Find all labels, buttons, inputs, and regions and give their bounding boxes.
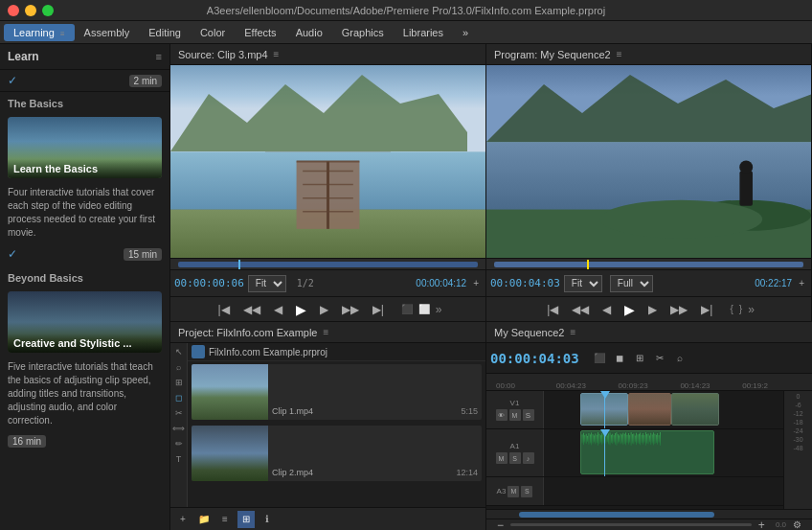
source-more-btn[interactable]: » [436, 303, 442, 316]
tutorial-card-creative[interactable]: Creative and Stylistic ... [8, 291, 162, 353]
track-clip-a1[interactable] [580, 430, 714, 474]
track-clip-v1-3[interactable] [671, 393, 719, 426]
program-more-btn[interactable]: » [748, 303, 755, 316]
minimize-button[interactable] [25, 5, 36, 16]
program-mark-in[interactable]: { [730, 304, 733, 314]
timeline-zoom-bar: − + 0.0 ⚙ [486, 518, 812, 530]
source-next-btn[interactable]: ▶▶ [338, 301, 363, 318]
program-panel-title: Program: My Sequence2 [494, 49, 611, 60]
source-zoom-in[interactable]: + [470, 276, 482, 290]
program-play-btn[interactable]: ▶ [620, 300, 639, 319]
program-scrubber[interactable] [486, 258, 811, 269]
track-a1-m[interactable]: M [496, 452, 508, 464]
project-new-btn[interactable]: + [174, 511, 192, 528]
source-timecode[interactable]: 00:00:00:06 [174, 277, 244, 289]
source-step-fwd-btn[interactable]: ▶| [369, 301, 388, 318]
tl-tool-3[interactable]: ⊞ [631, 350, 648, 367]
tl-tool-4[interactable]: ✂ [651, 350, 668, 367]
program-timecode[interactable]: 00:00:04:03 [490, 277, 560, 289]
program-fit-select[interactable]: Fit [564, 275, 602, 292]
track-v1-content[interactable] [544, 391, 783, 428]
timeline-footer-timecode: 0.0 [776, 520, 786, 529]
close-button[interactable] [8, 5, 19, 16]
menu-item-editing[interactable]: Editing [139, 24, 191, 41]
timeline-timecode[interactable]: 00:00:04:03 [490, 351, 579, 366]
track-a3-content[interactable] [544, 477, 783, 505]
track-v1-lock[interactable]: M [509, 409, 521, 421]
project-pen-tool[interactable]: ✏ [172, 437, 186, 450]
project-grid-btn[interactable]: ⊞ [237, 511, 255, 528]
project-razor-tool[interactable]: ✂ [172, 406, 186, 420]
menu-item-effects[interactable]: Effects [235, 24, 285, 41]
tl-tool-1[interactable]: ⬛ [591, 350, 608, 367]
project-text-tool[interactable]: T [172, 452, 186, 466]
menu-item-color[interactable]: Color [191, 24, 235, 41]
program-zoom-btn[interactable]: + [796, 276, 807, 290]
tl-tool-2[interactable]: ◼ [611, 350, 628, 367]
track-a1-vol[interactable]: ♪ [523, 452, 534, 464]
source-panel-menu-icon[interactable]: ≡ [274, 49, 280, 59]
maximize-button[interactable] [42, 5, 54, 16]
track-a3-s[interactable]: S [521, 486, 532, 497]
project-files: FilxInfo.com Example.prproj Clip 1.mp4 5… [188, 343, 485, 507]
source-fit-select[interactable]: Fit [248, 275, 286, 292]
menu-item-learning[interactable]: Learning ≡ [4, 24, 75, 41]
source-prev-btn[interactable]: ◀◀ [239, 301, 264, 318]
source-back-btn[interactable]: ◀ [270, 301, 286, 318]
track-a1-content[interactable] [544, 429, 783, 476]
timeline-settings-btn[interactable]: ⚙ [790, 518, 804, 530]
source-overwrite-icon[interactable]: ⬜ [418, 304, 430, 314]
svg-rect-41 [611, 435, 612, 443]
track-clip-v1-2[interactable] [628, 393, 671, 426]
track-v1-eye[interactable]: 👁 [496, 409, 508, 421]
source-scrubber[interactable] [170, 258, 485, 269]
timeline-menu-icon[interactable]: ≡ [570, 327, 575, 337]
project-zoom-tool[interactable]: ⊞ [172, 376, 186, 389]
program-next-btn[interactable]: ▶▶ [666, 301, 691, 318]
sidebar-check-row: ✓ 2 min [0, 70, 169, 92]
program-quality-select[interactable]: Full [610, 275, 653, 292]
source-play-btn[interactable]: ▶ [292, 300, 310, 319]
menu-item-more[interactable]: » [453, 24, 478, 41]
project-ripple-tool[interactable]: ⟺ [172, 422, 186, 435]
track-clip-v1-1[interactable] [580, 393, 628, 426]
menu-item-assembly[interactable]: Assembly [75, 24, 140, 41]
source-insert-icon[interactable]: ⬛ [401, 304, 413, 314]
track-a1-s[interactable]: S [509, 452, 521, 464]
program-step-back-btn[interactable]: |◀ [543, 301, 562, 318]
clip-2-item[interactable]: Clip 2.mp4 12:14 [192, 426, 482, 481]
source-scrubber-track[interactable] [178, 262, 478, 267]
project-metadata-btn[interactable]: ℹ [259, 511, 276, 528]
project-list-btn[interactable]: ≡ [216, 511, 234, 528]
project-folder-btn[interactable]: 📁 [195, 511, 213, 528]
project-select-tool[interactable]: ◻ [172, 391, 186, 404]
creative-time-badge: 16 min [8, 435, 46, 448]
svg-rect-24 [588, 433, 589, 445]
menu-item-audio[interactable]: Audio [286, 24, 332, 41]
project-search-tool[interactable]: ⌕ [172, 360, 186, 374]
program-panel-menu-icon[interactable]: ≡ [617, 49, 622, 59]
timeline-scroll-thumb[interactable] [519, 512, 714, 518]
tutorial-card-basics[interactable]: Learn the Basics [8, 117, 162, 178]
clip-1-item[interactable]: Clip 1.mp4 5:15 [192, 364, 482, 420]
program-mark-out[interactable]: } [739, 304, 742, 314]
project-cursor-tool[interactable]: ↖ [172, 345, 186, 358]
tl-tool-5[interactable]: ⌕ [671, 350, 688, 367]
menu-item-graphics[interactable]: Graphics [332, 24, 394, 41]
program-fwd-btn[interactable]: ▶ [644, 301, 661, 318]
source-fwd-btn[interactable]: ▶ [316, 301, 332, 318]
project-panel-menu-icon[interactable]: ≡ [324, 327, 329, 337]
program-scrubber-track[interactable] [494, 262, 803, 267]
source-step-back-btn[interactable]: |◀ [214, 301, 234, 318]
menu-icon[interactable]: ≡ [156, 51, 162, 62]
menu-item-libraries[interactable]: Libraries [394, 24, 453, 41]
track-v1-s[interactable]: S [523, 409, 534, 421]
timeline-zoom-slider[interactable] [510, 523, 752, 526]
program-back-btn[interactable]: ◀ [598, 301, 615, 318]
program-transport-bar: |◀ ◀◀ ◀ ▶ ▶ ▶▶ ▶| { } » [486, 296, 811, 321]
track-a3-m[interactable]: M [508, 486, 519, 497]
clip-1-thumb: Clip 1.mp4 5:15 [192, 364, 482, 420]
program-step-fwd-btn[interactable]: ▶| [697, 301, 716, 318]
program-prev-btn[interactable]: ◀◀ [568, 301, 593, 318]
timeline-scrollbar[interactable] [486, 509, 812, 518]
